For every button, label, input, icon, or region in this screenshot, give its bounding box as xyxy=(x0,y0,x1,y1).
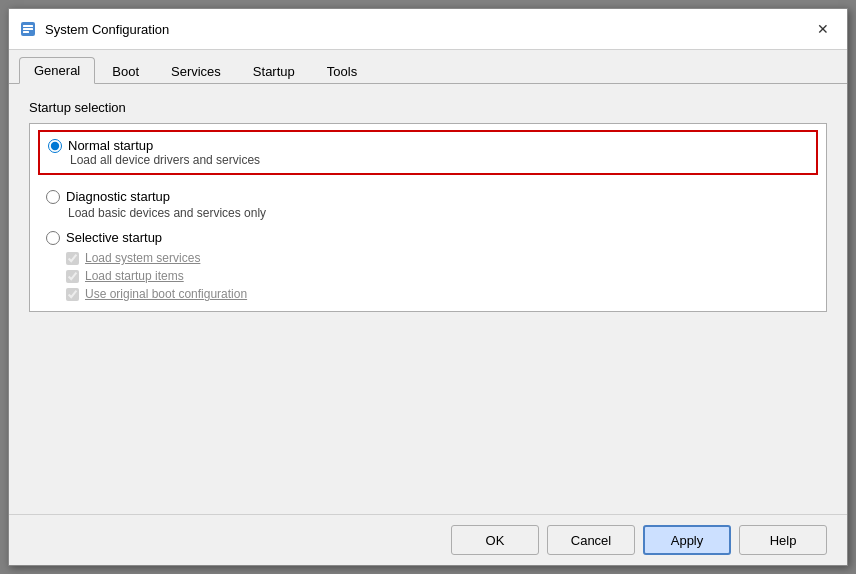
svg-rect-1 xyxy=(23,25,33,27)
tab-bar: General Boot Services Startup Tools xyxy=(9,50,847,84)
selective-sub-options: Load system services Load startup items … xyxy=(66,251,810,301)
diagnostic-startup-row: Diagnostic startup xyxy=(46,189,810,204)
dialog-title: System Configuration xyxy=(45,22,169,37)
normal-startup-sublabel: Load all device drivers and services xyxy=(70,153,808,167)
selective-startup-option: Selective startup Load system services L… xyxy=(46,230,810,301)
svg-rect-3 xyxy=(23,31,29,33)
footer: OK Cancel Apply Help xyxy=(9,514,847,565)
normal-startup-label: Normal startup xyxy=(68,138,153,153)
tab-tools[interactable]: Tools xyxy=(312,58,372,84)
close-button[interactable]: ✕ xyxy=(809,17,837,41)
load-system-services-row: Load system services xyxy=(66,251,810,265)
normal-startup-radio[interactable] xyxy=(48,139,62,153)
system-configuration-dialog: System Configuration ✕ General Boot Serv… xyxy=(8,8,848,566)
load-startup-items-row: Load startup items xyxy=(66,269,810,283)
diagnostic-startup-radio[interactable] xyxy=(46,190,60,204)
content-area: Startup selection Normal startup Load al… xyxy=(9,84,847,514)
apply-button[interactable]: Apply xyxy=(643,525,731,555)
normal-startup-row: Normal startup xyxy=(48,138,808,153)
cancel-button[interactable]: Cancel xyxy=(547,525,635,555)
normal-startup-option: Normal startup Load all device drivers a… xyxy=(38,130,818,175)
diagnostic-startup-sublabel: Load basic devices and services only xyxy=(68,206,810,220)
tab-services[interactable]: Services xyxy=(156,58,236,84)
diagnostic-startup-label: Diagnostic startup xyxy=(66,189,170,204)
section-title: Startup selection xyxy=(29,100,827,115)
tab-startup[interactable]: Startup xyxy=(238,58,310,84)
ok-button[interactable]: OK xyxy=(451,525,539,555)
load-startup-items-label: Load startup items xyxy=(85,269,184,283)
use-original-boot-label: Use original boot configuration xyxy=(85,287,247,301)
title-bar: System Configuration ✕ xyxy=(9,9,847,50)
startup-selection-box: Normal startup Load all device drivers a… xyxy=(29,123,827,312)
title-bar-left: System Configuration xyxy=(19,20,169,38)
help-button[interactable]: Help xyxy=(739,525,827,555)
tab-boot[interactable]: Boot xyxy=(97,58,154,84)
use-original-boot-checkbox[interactable] xyxy=(66,288,79,301)
tab-general[interactable]: General xyxy=(19,57,95,84)
option-group: Normal startup Load all device drivers a… xyxy=(46,134,810,301)
load-startup-items-checkbox[interactable] xyxy=(66,270,79,283)
selective-startup-row: Selective startup xyxy=(46,230,810,245)
selective-startup-radio[interactable] xyxy=(46,231,60,245)
svg-rect-2 xyxy=(23,28,33,30)
diagnostic-startup-option: Diagnostic startup Load basic devices an… xyxy=(46,189,810,220)
use-original-boot-row: Use original boot configuration xyxy=(66,287,810,301)
selective-startup-label: Selective startup xyxy=(66,230,162,245)
load-system-services-checkbox[interactable] xyxy=(66,252,79,265)
load-system-services-label: Load system services xyxy=(85,251,200,265)
app-icon xyxy=(19,20,37,38)
